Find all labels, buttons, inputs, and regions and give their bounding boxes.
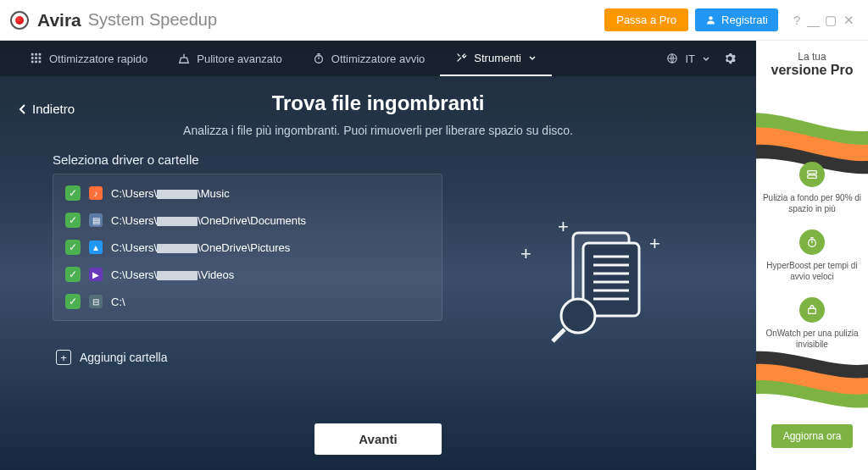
back-button[interactable]: Indietro xyxy=(19,102,75,116)
svg-rect-3 xyxy=(39,53,42,56)
titlebar: Avira System Speedup Passa a Pro Registr… xyxy=(0,0,868,41)
language-label: IT xyxy=(685,53,695,65)
redacted-text xyxy=(157,217,198,226)
svg-rect-8 xyxy=(35,61,37,64)
nav-quick-optimizer[interactable]: Ottimizzatore rapido xyxy=(15,41,163,76)
page-subtitle: Analizza i file più ingombranti. Puoi ri… xyxy=(0,124,756,137)
settings-button[interactable] xyxy=(719,41,741,76)
svg-rect-9 xyxy=(39,61,42,64)
drive-icon: ⊟ xyxy=(89,295,103,308)
folder-item[interactable]: ✓ ♪ C:\Users\\Music xyxy=(53,180,442,207)
documents-folder-icon: ▤ xyxy=(89,213,103,227)
promo-feature: Pulizia a fondo per 90% di spazio in più xyxy=(761,162,863,214)
folder-item[interactable]: ✓ ▶ C:\Users\\Videos xyxy=(53,261,442,288)
svg-line-24 xyxy=(553,329,565,341)
folder-path: C:\Users\\OneDrive\Pictures xyxy=(111,241,290,254)
promo-feature: OnWatch per una pulizia invisibile xyxy=(761,297,863,350)
brand-name: Avira xyxy=(37,10,81,30)
folder-item[interactable]: ✓ ▲ C:\Users\\OneDrive\Pictures xyxy=(53,234,442,261)
checkbox-checked-icon[interactable]: ✓ xyxy=(65,267,81,282)
redacted-text xyxy=(157,190,198,199)
maximize-button[interactable]: ▢ xyxy=(825,13,837,28)
folder-path: C:\ xyxy=(111,296,125,308)
svg-rect-1 xyxy=(31,53,34,56)
minimize-button[interactable]: __ xyxy=(807,13,818,27)
svg-rect-28 xyxy=(809,308,816,313)
top-nav: Ottimizzatore rapido Pulitore avanzato O… xyxy=(0,41,756,76)
folder-path: C:\Users\\Videos xyxy=(111,268,234,281)
back-label: Indietro xyxy=(32,102,75,116)
select-folders-label: Seleziona driver o cartelle xyxy=(53,152,442,167)
redacted-text xyxy=(157,244,198,253)
tools-icon xyxy=(455,52,467,64)
grid-icon xyxy=(31,53,42,64)
svg-rect-6 xyxy=(39,57,42,59)
promo-sidebar: La tua versione Pro Pulizia a fondo per … xyxy=(756,41,868,470)
user-icon xyxy=(705,14,716,25)
folder-item[interactable]: ✓ ⊟ C:\ xyxy=(53,288,442,315)
nav-label: Strumenti xyxy=(474,52,521,64)
redacted-text xyxy=(157,271,198,280)
svg-rect-26 xyxy=(808,174,817,178)
product-name: System Speedup xyxy=(88,10,217,30)
svg-text:+: + xyxy=(649,233,660,254)
nav-label: Pulitore avanzato xyxy=(197,53,281,65)
videos-folder-icon: ▶ xyxy=(89,268,103,281)
plus-icon: + xyxy=(56,350,71,365)
globe-icon xyxy=(666,53,678,64)
add-folder-button[interactable]: + Aggiungi cartella xyxy=(53,345,442,370)
pictures-folder-icon: ▲ xyxy=(89,241,103,254)
folder-item[interactable]: ✓ ▤ C:\Users\\OneDrive\Documents xyxy=(53,207,442,234)
nav-label: Ottimizzatore avvio xyxy=(331,53,426,65)
svg-rect-4 xyxy=(31,57,34,59)
upgrade-pro-button[interactable]: Passa a Pro xyxy=(604,8,688,31)
checkbox-checked-icon[interactable]: ✓ xyxy=(65,240,81,255)
folder-path: C:\Users\\Music xyxy=(111,187,230,200)
broom-icon xyxy=(178,53,190,64)
nav-startup-optimizer[interactable]: Ottimizzatore avvio xyxy=(298,41,441,76)
svg-rect-25 xyxy=(808,170,817,174)
register-label: Registrati xyxy=(721,14,768,26)
chevron-down-icon xyxy=(528,53,537,62)
chevron-down-icon xyxy=(702,54,710,63)
svg-text:+: + xyxy=(558,216,569,237)
close-button[interactable]: ✕ xyxy=(843,13,854,28)
page-title: Trova file ingombranti xyxy=(0,91,756,115)
watch-icon xyxy=(799,297,825,323)
upgrade-now-button[interactable]: Aggiorna ora xyxy=(771,424,854,448)
svg-rect-7 xyxy=(31,61,34,64)
stopwatch-icon xyxy=(313,53,325,64)
disk-icon xyxy=(799,162,825,187)
boost-icon xyxy=(799,229,825,255)
checkbox-checked-icon[interactable]: ✓ xyxy=(65,185,81,201)
svg-rect-2 xyxy=(35,53,37,56)
svg-text:+: + xyxy=(520,243,531,264)
folder-list: ✓ ♪ C:\Users\\Music ✓ ▤ C:\Users\\OneDri… xyxy=(53,174,442,321)
promo-preline: La tua xyxy=(798,51,826,63)
add-folder-label: Aggiungi cartella xyxy=(80,351,168,364)
folder-path: C:\Users\\OneDrive\Documents xyxy=(111,214,306,227)
nav-advanced-cleaner[interactable]: Pulitore avanzato xyxy=(163,41,297,76)
next-button[interactable]: Avanti xyxy=(314,423,441,455)
checkbox-checked-icon[interactable]: ✓ xyxy=(65,294,81,309)
svg-point-23 xyxy=(561,299,595,333)
help-button[interactable]: ? xyxy=(793,13,800,27)
svg-point-0 xyxy=(709,16,712,19)
language-selector[interactable]: IT xyxy=(658,41,719,76)
page-header: Trova file ingombranti Analizza i file p… xyxy=(0,91,756,137)
svg-rect-5 xyxy=(35,57,37,59)
music-folder-icon: ♪ xyxy=(89,186,103,200)
promo-feature: HyperBoost per tempi di avvio veloci xyxy=(761,229,863,282)
main-panel: Ottimizzatore rapido Pulitore avanzato O… xyxy=(0,41,756,470)
avira-logo-icon xyxy=(10,11,29,30)
nav-label: Ottimizzatore rapido xyxy=(49,53,147,65)
gear-icon xyxy=(724,53,736,64)
checkbox-checked-icon[interactable]: ✓ xyxy=(65,213,81,228)
find-files-illustration: + + + xyxy=(505,209,675,353)
chevron-left-icon xyxy=(19,103,27,115)
promo-title: versione Pro xyxy=(771,63,854,78)
nav-tools[interactable]: Strumenti xyxy=(440,41,552,76)
register-button[interactable]: Registrati xyxy=(695,8,778,31)
